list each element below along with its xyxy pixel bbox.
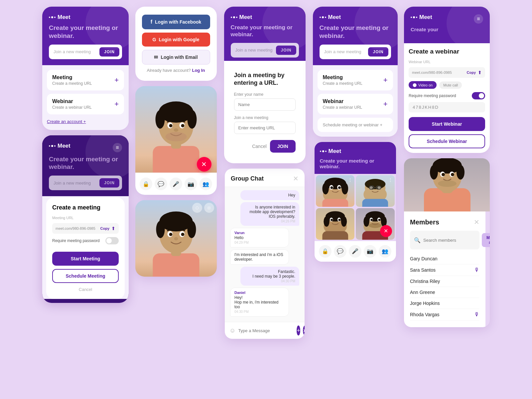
- dark-header-row: Meet ≡: [49, 143, 122, 153]
- upload-icon: ⬆: [111, 226, 115, 231]
- email-login-button[interactable]: ✉ Login with Email: [142, 50, 210, 65]
- member-name-ann: Ann Greene: [410, 290, 435, 295]
- grid-video-icon[interactable]: 📷: [364, 245, 376, 258]
- col4-join-btn[interactable]: JOIN: [368, 47, 388, 57]
- meeting-url-input[interactable]: [234, 122, 296, 134]
- grid-video-card: Meet Create your meeting or webinar.: [315, 142, 396, 262]
- schedule-webinar-button[interactable]: Schedule Webinar: [409, 134, 485, 148]
- req-password-toggle[interactable]: [105, 237, 119, 244]
- copy-url-button[interactable]: Copy: [100, 226, 110, 230]
- name-input[interactable]: [234, 98, 296, 111]
- svg-point-68: [430, 165, 438, 180]
- name-form-label: Enter your name: [234, 92, 296, 97]
- svg-point-56: [363, 216, 369, 226]
- svg-point-50: [331, 218, 333, 221]
- col5-tagline: Create your: [411, 27, 483, 32]
- webinar-copy-btn[interactable]: Copy: [467, 70, 476, 74]
- video-ctrl-icon[interactable]: 📷: [185, 178, 197, 190]
- mute-all-button[interactable]: Mute all: [482, 233, 490, 247]
- hamburger-icon[interactable]: ≡: [113, 143, 122, 152]
- member-name-gary: Gary Duncan: [410, 256, 437, 261]
- phone-card-col5-top: Meet ≡ Create your Create a webinar Webi…: [404, 7, 490, 153]
- msg-1: Hey: [240, 190, 299, 200]
- dot1: [49, 17, 50, 18]
- column-3: Meet Create your meeting or webinar. Joi…: [223, 7, 306, 339]
- msg-5-time: 04:30 PM: [244, 279, 295, 283]
- login-card: f Login with Facebook G Login with Googl…: [135, 7, 217, 81]
- create-meeting-title: Create a meeting: [52, 204, 119, 211]
- lock-ctrl-icon[interactable]: 🔒: [140, 178, 152, 190]
- join-modal-button[interactable]: JOIN: [270, 140, 296, 153]
- tagline: Create your meeting or webinar.: [49, 24, 122, 40]
- msg-2: Is anyone interested in mobile app devel…: [240, 202, 299, 226]
- chat-input[interactable]: [238, 328, 294, 333]
- col4-webinar-option[interactable]: Webinar Create a webinar URL +: [318, 94, 393, 114]
- mic-ctrl-icon[interactable]: 🎤: [170, 178, 182, 190]
- col5-video-thumb: [404, 158, 490, 211]
- svg-point-18: [187, 221, 196, 238]
- grid-mic-icon[interactable]: 🎤: [349, 245, 361, 258]
- cell-1-menu[interactable]: ⋮: [348, 177, 352, 183]
- svg-point-62: [369, 223, 382, 228]
- google-login-button[interactable]: G Login with Google: [142, 33, 210, 47]
- email-icon: ✉: [154, 55, 158, 60]
- v2-expand-icon[interactable]: ⊡: [204, 203, 214, 213]
- msg-3: Varun Hello 04:29 PM: [230, 228, 289, 247]
- msg-3-sender: Varun: [234, 231, 285, 235]
- people-ctrl-icon[interactable]: 👥: [200, 178, 212, 190]
- column-5: Meet ≡ Create your Create a webinar Webi…: [404, 7, 490, 327]
- svg-point-32: [338, 186, 340, 189]
- mute-call-toggle[interactable]: Mute call: [439, 81, 462, 89]
- svg-point-12: [165, 132, 187, 141]
- grid-chat-icon[interactable]: 💬: [334, 245, 346, 258]
- join-button[interactable]: JOIN: [99, 47, 119, 57]
- svg-rect-1: [153, 146, 199, 173]
- video-on-toggle[interactable]: ⬤ Video on: [409, 81, 437, 89]
- col3-join-bar: Join a new meeting JOIN: [231, 43, 299, 58]
- webinar-sublabel: Create a webinar URL: [52, 105, 92, 110]
- create-account-link[interactable]: Create an account +: [47, 118, 124, 125]
- meeting-url-row: meet.com/980-896-0985 Copy ⬆: [52, 223, 119, 234]
- member-row-ann: Ann Greene: [410, 287, 479, 298]
- col4-schedule-option[interactable]: Schedule meeting or webinar +: [318, 118, 393, 132]
- svg-point-60: [370, 218, 373, 221]
- cancel-link[interactable]: Cancel: [79, 287, 92, 292]
- cancel-modal-link[interactable]: Cancel: [252, 144, 267, 149]
- member-row-jorge: Jorge Hopkins: [410, 298, 479, 309]
- webinar-req-password-row: Require meeting password: [409, 92, 485, 99]
- start-meeting-button[interactable]: Start Meeting: [52, 252, 119, 266]
- col4-webinar-label: Webinar: [323, 98, 362, 104]
- chat-messages: Hey Is anyone interested in mobile app d…: [225, 187, 305, 322]
- webinar-password-toggle[interactable]: [472, 92, 485, 99]
- meeting-sublabel: Create a meeting URL: [52, 81, 92, 86]
- col5-phone-header: Meet ≡ Create your: [404, 7, 490, 43]
- member-sara-mic-icon: 🎙: [474, 267, 479, 273]
- col3-join-btn[interactable]: JOIN: [276, 46, 296, 55]
- schedule-meeting-button[interactable]: Schedule Meeting: [52, 269, 119, 283]
- msg-6-time: 04:30 PM: [234, 310, 285, 314]
- facebook-login-button[interactable]: f Login with Facebook: [142, 15, 210, 29]
- webinar-url-value: meet.com/980-896-0985: [412, 70, 465, 74]
- log-in-link[interactable]: Log In: [192, 68, 205, 73]
- meeting-option-card[interactable]: Meeting Create a meeting URL +: [47, 70, 124, 90]
- start-webinar-button[interactable]: Start Webinar: [409, 117, 485, 131]
- cell-2-menu[interactable]: ⋮: [388, 177, 393, 183]
- chat-close-button[interactable]: ✕: [293, 175, 299, 183]
- col4-meeting-option[interactable]: Meeting Create a meeting URL +: [318, 70, 393, 90]
- grid-people-icon[interactable]: 👥: [379, 245, 391, 258]
- dark-join-button[interactable]: JOIN: [99, 178, 119, 188]
- end-call-button[interactable]: ✕: [197, 157, 211, 172]
- grid-end-call[interactable]: ✕: [380, 225, 392, 237]
- col5-hamburger[interactable]: ≡: [474, 14, 483, 24]
- column-4: Meet Create your meeting or webinar. Joi…: [312, 7, 398, 262]
- webinar-option-card[interactable]: Webinar Create a webinar URL +: [47, 94, 124, 114]
- member-search-input[interactable]: [423, 238, 479, 243]
- add-to-chat-button[interactable]: +: [297, 326, 300, 335]
- v2-camera-icon[interactable]: ⬡: [192, 203, 202, 213]
- col4-meeting-plus: +: [383, 76, 388, 84]
- members-close-button[interactable]: ✕: [474, 218, 479, 226]
- svg-point-61: [378, 218, 380, 221]
- send-message-button[interactable]: ➤: [303, 326, 305, 335]
- grid-lock-icon[interactable]: 🔒: [319, 245, 332, 258]
- chat-ctrl-icon[interactable]: 💬: [155, 178, 167, 190]
